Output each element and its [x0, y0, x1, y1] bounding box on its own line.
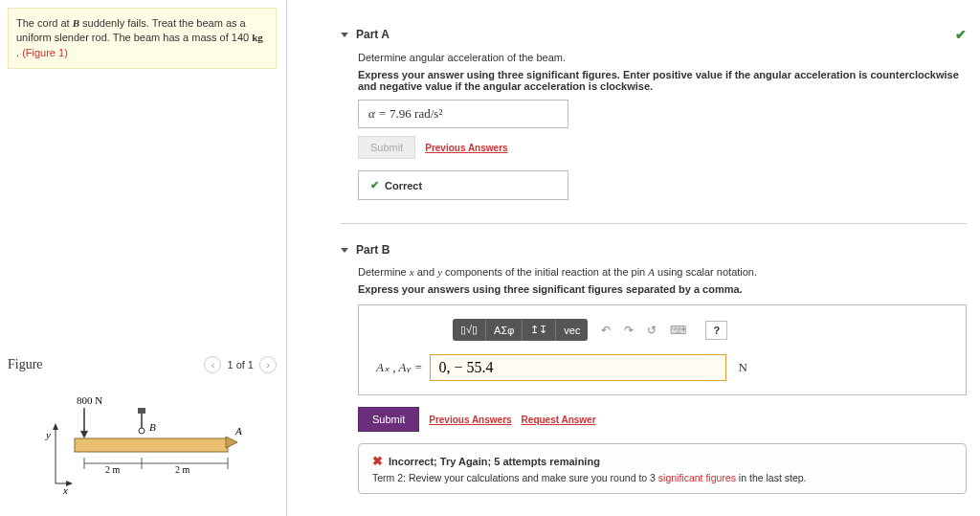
- part-b-hint: Express your answers using three signifi…: [358, 283, 967, 295]
- part-b-submit-button[interactable]: Submit: [358, 407, 419, 432]
- figure-diagram: 800 N B A y x 2: [8, 393, 277, 500]
- svg-text:A: A: [234, 425, 242, 437]
- part-b-header[interactable]: Part B: [341, 243, 967, 257]
- figure-link[interactable]: (Figure 1): [22, 47, 68, 58]
- chevron-down-icon: [341, 33, 348, 37]
- figure-next-button[interactable]: ›: [259, 356, 277, 373]
- svg-text:2 m: 2 m: [105, 464, 121, 475]
- svg-marker-1: [80, 431, 88, 438]
- svg-text:x: x: [62, 484, 68, 496]
- greek-button[interactable]: ΑΣφ: [486, 319, 523, 341]
- equation-toolbar[interactable]: ▯√▯ ΑΣφ ↥↧ vec: [453, 319, 588, 341]
- svg-point-4: [139, 428, 145, 434]
- templates-button[interactable]: ▯√▯: [453, 319, 486, 341]
- figure-label: Figure: [8, 357, 43, 372]
- chevron-down-icon: [341, 248, 348, 253]
- figure-pager-text: 1 of 1: [227, 359, 254, 370]
- figure-prev-button[interactable]: ‹: [204, 356, 221, 373]
- part-b-answer-input[interactable]: [430, 354, 726, 381]
- reset-icon[interactable]: ↺: [647, 324, 657, 337]
- part-a-title: Part A: [356, 28, 390, 41]
- svg-text:y: y: [45, 429, 51, 440]
- svg-text:2 m: 2 m: [175, 464, 190, 475]
- svg-rect-6: [75, 438, 228, 452]
- part-b-answer-area: ▯√▯ ΑΣφ ↥↧ vec ↶ ↷ ↺ ⌨ ? Aₓ , Aᵧ =: [358, 304, 967, 395]
- problem-statement: The cord at B suddenly fails. Treat the …: [8, 8, 277, 69]
- part-a-hint: Express your answer using three signific…: [358, 69, 967, 92]
- check-icon: ✔: [370, 179, 379, 191]
- help-button[interactable]: ?: [705, 321, 727, 340]
- part-b-feedback-box: ✖ Incorrect; Try Again; 5 attempts remai…: [358, 443, 967, 494]
- part-a-prompt: Determine angular acceleration of the be…: [358, 52, 967, 63]
- part-b-request-answer-link[interactable]: Request Answer: [522, 415, 596, 425]
- part-a-answer-display: α = 7.96 rad/s²: [358, 100, 568, 128]
- undo-icon[interactable]: ↶: [601, 324, 611, 337]
- part-b-title: Part B: [356, 243, 390, 257]
- svg-marker-7: [226, 437, 237, 448]
- redo-icon[interactable]: ↷: [624, 324, 634, 337]
- part-b-prompt: Determine x and y components of the init…: [358, 266, 967, 278]
- arrows-button[interactable]: ↥↧: [523, 319, 556, 341]
- svg-marker-10: [53, 423, 58, 430]
- check-icon: ✔: [955, 27, 967, 42]
- svg-rect-3: [138, 408, 145, 414]
- part-a-submit-button: Submit: [358, 136, 415, 159]
- svg-text:B: B: [149, 421, 156, 433]
- force-label: 800 N: [77, 394, 102, 406]
- keyboard-icon[interactable]: ⌨: [670, 324, 686, 337]
- part-a-correct-box: ✔ Correct: [358, 170, 568, 200]
- part-a-header[interactable]: Part A ✔: [341, 27, 967, 42]
- part-b-unit: N: [738, 360, 746, 375]
- vec-button[interactable]: vec: [556, 319, 588, 341]
- part-b-eq-label: Aₓ , Aᵧ =: [376, 360, 422, 375]
- part-b-previous-answers-link[interactable]: Previous Answers: [429, 415, 511, 425]
- part-a-previous-answers-link[interactable]: Previous Answers: [425, 143, 507, 153]
- x-icon: ✖: [372, 454, 383, 468]
